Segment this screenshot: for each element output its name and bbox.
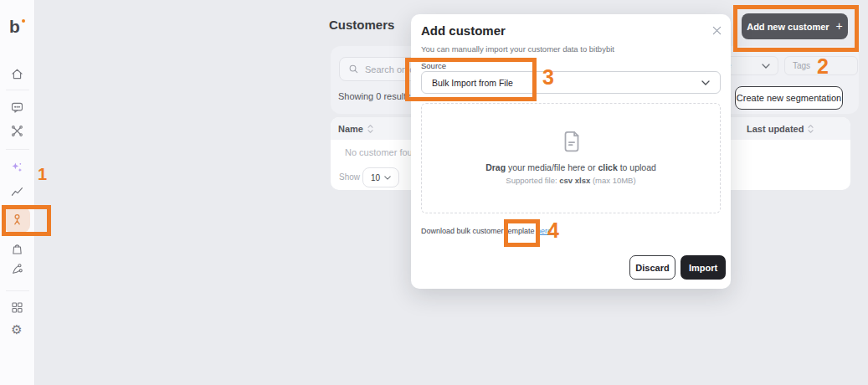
integrations-icon[interactable] — [9, 123, 24, 138]
home-icon[interactable] — [9, 66, 24, 81]
download-template-text: Download bulk customer template — [421, 227, 537, 235]
close-icon[interactable] — [711, 24, 722, 36]
annotation-number-1: 1 — [38, 165, 47, 184]
referrals-icon[interactable] — [9, 261, 24, 276]
supported-prefix: Supported file: — [506, 176, 559, 185]
modal-subtitle: You can manually import your customer da… — [421, 44, 614, 54]
logo-dot — [22, 19, 25, 23]
column-header-last-updated[interactable]: Last updated — [747, 117, 814, 140]
customers-icon[interactable] — [9, 212, 24, 227]
apps-icon[interactable] — [9, 300, 24, 315]
sidebar-divider — [6, 149, 29, 150]
results-count-text: Showing 0 results fr — [338, 91, 419, 101]
chat-icon[interactable] — [9, 100, 24, 115]
create-segmentation-button[interactable]: Create new segmentation — [735, 86, 843, 110]
supported-file-note: Supported file: csv xlsx (max 10MB) — [422, 176, 720, 185]
supported-suffix: (max 10MB) — [590, 176, 635, 185]
tags-button-label: Tags — [793, 61, 810, 70]
file-dropzone[interactable]: Drag your media/file here or click to up… — [421, 103, 721, 213]
supported-formats: csv xlsx — [559, 176, 590, 185]
chevron-down-icon — [762, 64, 770, 69]
sort-icon — [367, 124, 373, 134]
import-button[interactable]: Import — [681, 255, 726, 280]
sidebar: b — [0, 0, 35, 385]
tags-button[interactable]: Tags — [784, 56, 858, 75]
discard-button[interactable]: Discard — [629, 255, 675, 280]
add-customer-modal: Add customer You can manually import you… — [411, 14, 731, 289]
orders-icon[interactable] — [9, 241, 24, 256]
plus-icon: + — [836, 19, 843, 33]
sidebar-divider — [6, 90, 29, 90]
file-icon — [559, 129, 584, 154]
source-select-value: Bulk Import from File — [432, 78, 513, 88]
download-template-line: Download bulk customer template here. — [421, 227, 554, 235]
instruction-text: to upload — [618, 162, 656, 172]
column-header-name[interactable]: Name — [338, 117, 373, 140]
click-word: click — [598, 162, 617, 172]
settings-gear-icon[interactable]: ⚙ — [9, 321, 24, 336]
download-template-link[interactable]: here. — [537, 227, 554, 235]
add-new-customer-button[interactable]: Add new customer + — [742, 13, 848, 39]
sidebar-divider — [6, 290, 29, 291]
chevron-down-icon — [701, 80, 710, 85]
source-label: Source — [421, 61, 446, 70]
page-size-value: 10 — [371, 173, 380, 182]
add-new-customer-label: Add new customer — [747, 22, 829, 32]
bitbybit-logo[interactable]: b — [9, 17, 19, 37]
source-select[interactable]: Bulk Import from File — [421, 71, 721, 94]
dropzone-instruction: Drag your media/file here or click to up… — [422, 162, 720, 172]
instruction-text: your media/file here or — [506, 162, 598, 172]
column-label: Last updated — [747, 124, 804, 134]
sparkles-icon[interactable] — [9, 160, 24, 175]
page-title: Customers — [329, 18, 394, 32]
sort-icon — [808, 124, 814, 134]
analytics-icon[interactable] — [9, 183, 24, 198]
modal-title: Add customer — [421, 23, 506, 38]
drag-word: Drag — [485, 162, 506, 172]
page-size-select[interactable]: 10 — [362, 167, 399, 187]
column-label: Name — [338, 124, 363, 134]
show-label: Show — [339, 172, 360, 182]
search-icon — [348, 64, 359, 74]
chevron-down-icon — [384, 176, 391, 180]
